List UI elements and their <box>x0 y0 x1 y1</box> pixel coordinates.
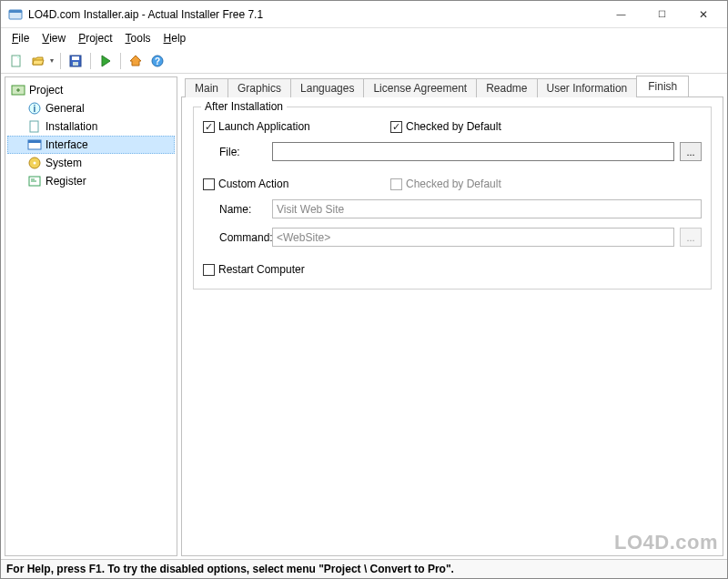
tab-license[interactable]: License Agreement <box>363 78 477 97</box>
menu-file[interactable]: File <box>6 30 35 46</box>
app-icon <box>8 7 23 22</box>
toolbar-separator <box>90 53 91 69</box>
tab-readme[interactable]: Readme <box>476 78 537 97</box>
svg-point-15 <box>34 162 36 165</box>
page-icon <box>27 119 42 134</box>
svg-rect-13 <box>28 140 41 143</box>
label-launch-default: Checked by Default <box>406 120 501 133</box>
maximize-button[interactable]: ☐ <box>642 2 682 27</box>
content-area: Project i General Installation Interface… <box>1 75 727 558</box>
label-restart-computer: Restart Computer <box>218 263 305 276</box>
svg-rect-5 <box>73 62 78 66</box>
tree-label: Installation <box>46 120 97 133</box>
register-icon <box>27 174 42 188</box>
window-title: LO4D.com Installer.aip - Actual Installe… <box>28 8 601 21</box>
titlebar: LO4D.com Installer.aip - Actual Installe… <box>1 1 727 28</box>
tree-item-interface[interactable]: Interface <box>7 136 175 154</box>
info-icon: i <box>27 101 42 116</box>
home-button[interactable] <box>126 51 146 71</box>
menu-project[interactable]: Project <box>73 30 117 46</box>
svg-rect-4 <box>72 56 79 60</box>
tab-finish[interactable]: Finish <box>636 76 689 96</box>
menu-tools[interactable]: Tools <box>120 30 157 46</box>
tabstrip: Main Graphics Languages License Agreemen… <box>181 76 723 96</box>
label-name: Name: <box>203 203 267 216</box>
tab-main[interactable]: Main <box>185 78 228 97</box>
window-controls: — ☐ ✕ <box>601 2 723 27</box>
tree-root-project[interactable]: Project <box>7 81 175 99</box>
tree-label: Register <box>46 175 86 188</box>
label-custom-default: Checked by Default <box>406 178 501 190</box>
tab-graphics[interactable]: Graphics <box>228 78 291 97</box>
tree-label: Interface <box>46 138 88 151</box>
toolbar-separator <box>120 53 121 69</box>
tree-label: General <box>46 102 85 115</box>
tree-item-installation[interactable]: Installation <box>7 117 175 136</box>
main-panel: Main Graphics Languages License Agreemen… <box>181 76 723 556</box>
checkbox-custom-action[interactable] <box>203 178 215 190</box>
checkbox-restart-computer[interactable] <box>203 264 215 276</box>
svg-rect-11 <box>30 121 38 132</box>
label-command: Command: <box>203 231 267 244</box>
status-text: For Help, press F1. To try the disabled … <box>6 563 454 575</box>
svg-rect-1 <box>9 10 22 13</box>
toolbar: ▾ ? <box>1 48 727 74</box>
label-launch-application: Launch Application <box>218 120 310 133</box>
input-name <box>272 199 702 218</box>
window-icon <box>27 137 42 152</box>
run-button[interactable] <box>96 51 116 71</box>
groupbox-after-installation: After Installation ✓ Launch Application … <box>193 107 712 290</box>
toolbar-separator <box>60 53 61 69</box>
tree-root-label: Project <box>29 84 63 96</box>
minimize-button[interactable]: — <box>601 2 642 27</box>
groupbox-title: After Installation <box>201 100 287 113</box>
svg-text:?: ? <box>155 56 160 66</box>
checkbox-custom-default <box>390 178 402 190</box>
save-button[interactable] <box>66 51 86 71</box>
open-dropdown[interactable]: ▾ <box>48 56 56 65</box>
browse-command-button: ... <box>680 228 702 247</box>
tree-item-system[interactable]: System <box>7 154 175 172</box>
disk-icon <box>27 156 42 170</box>
browse-file-button[interactable]: ... <box>680 142 702 161</box>
menubar: File View Project Tools Help <box>1 28 727 48</box>
input-file[interactable] <box>272 142 674 161</box>
menu-view[interactable]: View <box>36 30 71 46</box>
help-button[interactable]: ? <box>147 51 167 71</box>
project-icon <box>11 83 25 97</box>
label-file: File: <box>203 146 267 158</box>
tree-label: System <box>46 157 82 169</box>
tree-item-register[interactable]: Register <box>7 172 175 190</box>
tree-item-general[interactable]: i General <box>7 99 175 117</box>
tab-content-finish: After Installation ✓ Launch Application … <box>181 96 723 556</box>
checkbox-launch-application[interactable]: ✓ <box>203 121 215 133</box>
label-custom-action: Custom Action <box>218 178 288 190</box>
svg-text:i: i <box>34 104 36 114</box>
tab-userinfo[interactable]: User Information <box>537 78 638 97</box>
new-button[interactable] <box>6 51 26 71</box>
menu-help[interactable]: Help <box>158 30 192 46</box>
input-command <box>272 228 674 247</box>
tab-languages[interactable]: Languages <box>290 78 364 97</box>
close-button[interactable]: ✕ <box>682 2 723 27</box>
sidebar: Project i General Installation Interface… <box>5 76 177 556</box>
open-button[interactable] <box>28 51 48 71</box>
statusbar: For Help, press F1. To try the disabled … <box>1 559 727 578</box>
checkbox-launch-default[interactable]: ✓ <box>390 121 402 133</box>
